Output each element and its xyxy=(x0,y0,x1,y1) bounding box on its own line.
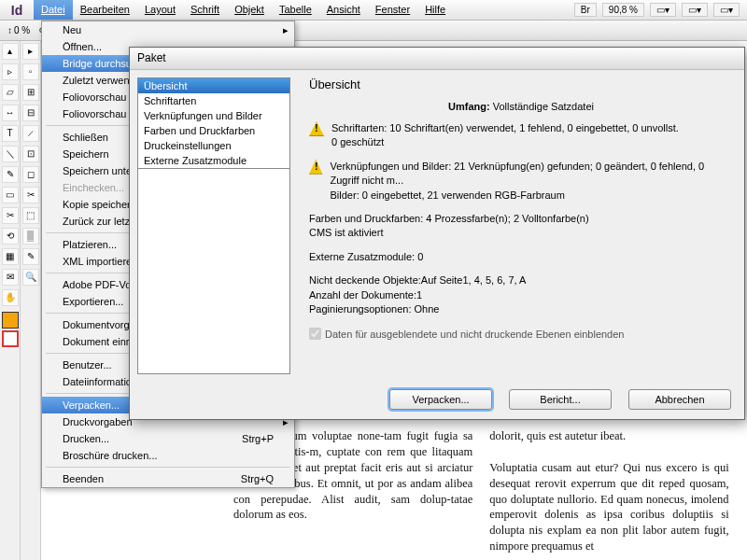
tool-b1[interactable]: ▸ xyxy=(22,43,39,60)
package-button[interactable]: Verpacken... xyxy=(389,389,492,410)
list-print[interactable]: Druckeinstellungen xyxy=(138,138,289,153)
info-plugins: Externe Zusatzmodule: 0 xyxy=(309,250,733,264)
tool-note[interactable]: ✉ xyxy=(2,269,19,286)
tool-page[interactable]: ▱ xyxy=(2,84,19,101)
menu-layout[interactable]: Layout xyxy=(137,0,183,20)
tool-b10[interactable]: ▒ xyxy=(22,228,39,245)
menu-datei[interactable]: Datei xyxy=(34,0,73,20)
dialog-title: Paket xyxy=(130,48,744,70)
list-detail-area xyxy=(138,168,289,350)
tool-scissors[interactable]: ✂ xyxy=(2,207,19,224)
list-colors[interactable]: Farben und Druckfarben xyxy=(138,123,289,138)
fill-swatch[interactable] xyxy=(2,312,19,329)
tool-b4[interactable]: ⊟ xyxy=(22,105,39,121)
zoom-chip[interactable]: 90,8 % xyxy=(602,3,644,17)
tool-selection[interactable]: ▴ xyxy=(2,43,19,60)
view-chip-2[interactable]: ▭▾ xyxy=(682,3,708,17)
menu-ansicht[interactable]: Ansicht xyxy=(319,0,368,20)
tool-pen[interactable]: ✎ xyxy=(2,166,19,183)
tool-b3[interactable]: ⊞ xyxy=(22,84,39,101)
scope-row: Umfang: Vollständige Satzdatei xyxy=(309,101,733,112)
tool-b7[interactable]: ◻ xyxy=(22,166,39,183)
tool-transform[interactable]: ⟲ xyxy=(2,228,19,245)
tool-gradient[interactable]: ▦ xyxy=(2,248,19,265)
menubar: Id Datei Bearbeiten Layout Schrift Objek… xyxy=(0,0,747,21)
bridge-chip[interactable]: Br xyxy=(574,3,597,17)
app-icon: Id xyxy=(0,0,34,21)
menu-bearbeiten[interactable]: Bearbeiten xyxy=(73,0,137,20)
menu-right: Br 90,8 % ▭▾ ▭▾ ▭▾ xyxy=(574,0,747,20)
report-button[interactable]: Bericht... xyxy=(509,389,612,410)
cancel-button[interactable]: Abbrechen xyxy=(628,389,731,410)
tool-line[interactable]: ＼ xyxy=(2,146,19,162)
tool-b2[interactable]: ▫ xyxy=(22,63,39,80)
tool-b11[interactable]: ✎ xyxy=(22,248,39,265)
list-fonts[interactable]: Schriftarten xyxy=(138,93,289,108)
warning-fonts: Schriftarten: 10 Schriftart(en) verwende… xyxy=(309,121,733,150)
menu-hilfe[interactable]: Hilfe xyxy=(417,0,453,20)
warning-icon xyxy=(309,160,323,175)
warning-links: Verknüpfungen und Bilder: 21 Verknüpfung… xyxy=(309,160,733,203)
file-menu-item[interactable]: Drucken...Strg+P xyxy=(42,430,294,447)
view-chip-1[interactable]: ▭▾ xyxy=(650,3,676,17)
tool-rect[interactable]: ▭ xyxy=(2,187,19,203)
text-col-2: dolorit, quis est autetur ibeat. Volupta… xyxy=(489,428,728,554)
hidden-layers-label: Daten für ausgeblendete und nicht drucke… xyxy=(325,329,624,340)
package-dialog: Paket Übersicht Schriftarten Verknüpfung… xyxy=(129,47,745,420)
list-links[interactable]: Verknüpfungen und Bilder xyxy=(138,108,289,123)
menu-schrift[interactable]: Schrift xyxy=(183,0,227,20)
list-overview[interactable]: Übersicht xyxy=(138,78,289,93)
tool-type[interactable]: T xyxy=(2,125,19,142)
view-chip-3[interactable]: ▭▾ xyxy=(713,3,740,17)
category-list: Übersicht Schriftarten Verknüpfungen und… xyxy=(137,77,290,374)
menu-objekt[interactable]: Objekt xyxy=(227,0,272,20)
tool-rails: ▴ ▹ ▱ ↔ T ＼ ✎ ▭ ✂ ⟲ ▦ ✉ ✋ ▸ ▫ ⊞ ⊟ ⟋ ⊡ ◻ … xyxy=(0,41,41,560)
section-title: Übersicht xyxy=(309,77,733,91)
tool-gap[interactable]: ↔ xyxy=(2,105,19,121)
warning-icon xyxy=(309,121,324,136)
hidden-layers-checkbox-row: Daten für ausgeblendete und nicht drucke… xyxy=(309,328,733,340)
tool-b5[interactable]: ⟋ xyxy=(22,125,39,142)
info-colors: Farben und Druckfarben: 4 Prozessfarbe(n… xyxy=(309,212,733,241)
tool-hand[interactable]: ✋ xyxy=(2,289,19,306)
tool-b9[interactable]: ⬚ xyxy=(22,207,39,224)
list-plugins[interactable]: Externe Zusatzmodule xyxy=(138,153,289,168)
file-menu-item[interactable]: Broschüre drucken... xyxy=(42,447,294,464)
file-menu-item[interactable]: BeendenStrg+Q xyxy=(42,470,294,487)
stroke-swatch[interactable] xyxy=(2,330,19,347)
tool-b12[interactable]: 🔍 xyxy=(22,269,39,286)
menu-tabelle[interactable]: Tabelle xyxy=(272,0,319,20)
tool-b8[interactable]: ✂ xyxy=(22,187,39,203)
hidden-layers-checkbox[interactable] xyxy=(309,328,321,340)
info-misc: Nicht deckende Objekte:Auf Seite1, 4, 5,… xyxy=(309,273,733,316)
file-menu-item[interactable]: Neu▸ xyxy=(42,21,294,38)
tool-direct[interactable]: ▹ xyxy=(2,63,19,80)
opt-a[interactable]: ↕ 0 % xyxy=(7,25,30,35)
tool-b6[interactable]: ⊡ xyxy=(22,146,39,162)
menu-fenster[interactable]: Fenster xyxy=(368,0,417,20)
